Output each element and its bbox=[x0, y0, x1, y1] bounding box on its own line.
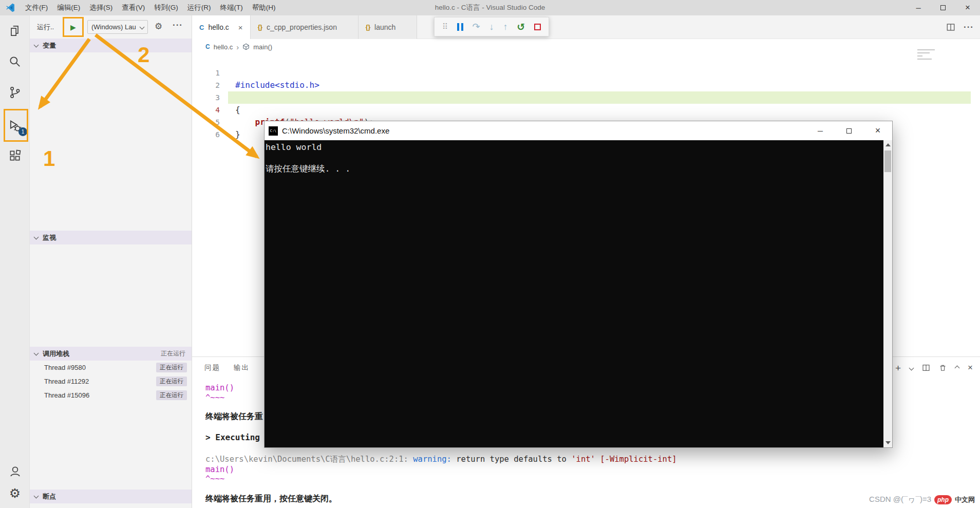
split-editor-icon[interactable] bbox=[946, 23, 955, 32]
menu-item[interactable]: 转到(G) bbox=[149, 0, 183, 15]
cmd-maximize-button[interactable] bbox=[835, 121, 863, 140]
code-line[interactable]: 5 } bbox=[192, 104, 971, 116]
menu-bar: 文件(F)编辑(E)选择(S)查看(V)转到(G)运行(R)终端(T)帮助(H) bbox=[21, 0, 280, 15]
stop-button[interactable] bbox=[534, 24, 541, 30]
editor-tab[interactable]: {} launch × bbox=[359, 15, 417, 39]
section-breakpoints[interactable]: 断点 bbox=[30, 490, 192, 503]
panel-output-line: > Executing t bbox=[205, 432, 270, 442]
breadcrumb-symbol[interactable]: main() bbox=[253, 43, 272, 51]
section-label: 断点 bbox=[43, 492, 56, 501]
chevron-down-icon bbox=[34, 350, 39, 355]
cmd-minimize-button[interactable]: ─ bbox=[806, 121, 835, 140]
tab-label: c_cpp_properties.json bbox=[267, 23, 337, 31]
step-out-button[interactable]: ↑ bbox=[503, 22, 507, 31]
launch-config-label: (Windows) Lau bbox=[91, 23, 136, 31]
breadcrumb: C hello.c › main() bbox=[192, 39, 980, 54]
chevron-down-icon bbox=[140, 25, 145, 30]
tab-close-icon[interactable]: × bbox=[238, 23, 243, 32]
chevron-down-icon bbox=[34, 234, 39, 239]
search-icon[interactable] bbox=[0, 49, 30, 74]
source-control-icon[interactable] bbox=[0, 80, 30, 105]
minimize-button[interactable]: ─ bbox=[906, 0, 931, 15]
debug-settings-gear-icon[interactable]: ⚙ bbox=[155, 21, 162, 32]
cmd-lines: hello world 请按任意键继续. . . bbox=[265, 140, 883, 447]
cmd-app-icon: C:\ bbox=[269, 126, 278, 136]
run-debug-icon[interactable]: 1 bbox=[0, 114, 30, 138]
code-line[interactable]: 2 main() bbox=[192, 67, 971, 79]
thread-row[interactable]: Thread #11292 正在运行 bbox=[30, 374, 192, 388]
scroll-up-icon[interactable] bbox=[885, 143, 891, 146]
watermark-text: CSDN @(¯ヮ¯)=3 bbox=[869, 495, 931, 504]
section-callstack[interactable]: 调用堆栈 正在运行 bbox=[30, 347, 192, 361]
pause-button[interactable] bbox=[457, 23, 463, 31]
close-icon: × bbox=[875, 125, 881, 136]
section-watch[interactable]: 监视 bbox=[30, 231, 192, 244]
account-icon[interactable] bbox=[0, 459, 30, 483]
breadcrumb-file[interactable]: hello.c bbox=[214, 43, 233, 51]
more-actions-icon[interactable]: ··· bbox=[173, 20, 183, 30]
start-debug-button[interactable]: ▶ bbox=[63, 17, 84, 37]
minimap[interactable] bbox=[917, 49, 938, 62]
cmd-window-controls: ─ × bbox=[806, 121, 892, 140]
code-line[interactable]: 4 printf("hello world\n"); bbox=[192, 91, 971, 104]
restart-button[interactable]: ↺ bbox=[517, 22, 525, 32]
menu-item[interactable]: 帮助(H) bbox=[248, 0, 280, 15]
menu-item[interactable]: 文件(F) bbox=[21, 0, 52, 15]
menu-item[interactable]: 查看(V) bbox=[117, 0, 149, 15]
step-into-button[interactable]: ↓ bbox=[489, 22, 494, 31]
cmd-output-line bbox=[266, 153, 882, 163]
menu-item[interactable]: 终端(T) bbox=[216, 0, 248, 15]
cmd-scrollbar[interactable] bbox=[883, 140, 892, 447]
cmd-close-button[interactable]: × bbox=[863, 121, 892, 140]
section-variables[interactable]: 变量 bbox=[30, 39, 192, 52]
menu-item[interactable]: 编辑(E) bbox=[52, 0, 85, 15]
gear-glyph: ⚙ bbox=[9, 486, 21, 501]
tab-label: hello.c bbox=[208, 23, 229, 31]
close-button[interactable]: × bbox=[955, 0, 980, 15]
panel-output-line: ^~~~ bbox=[205, 474, 224, 483]
thread-status-badge: 正在运行 bbox=[156, 377, 187, 386]
maximize-button[interactable] bbox=[931, 0, 955, 15]
settings-gear-icon[interactable]: ⚙ bbox=[0, 481, 30, 505]
code-line[interactable]: 1 #include<stdio.h> bbox=[192, 54, 971, 67]
panel-output-line: main() bbox=[205, 465, 234, 474]
watermark: CSDN @(¯ヮ¯)=3 php 中文网 bbox=[869, 495, 975, 504]
cmd-title-bar[interactable]: C:\ C:\Windows\system32\cmd.exe ─ × bbox=[265, 121, 892, 140]
play-icon: ▶ bbox=[70, 24, 76, 31]
cmd-window[interactable]: C:\ C:\Windows\system32\cmd.exe ─ × hell… bbox=[264, 121, 893, 448]
drag-grip-icon[interactable]: ⠿ bbox=[442, 22, 448, 31]
menu-item[interactable]: 运行(R) bbox=[183, 0, 216, 15]
c-file-icon: C bbox=[205, 43, 210, 50]
menu-item[interactable]: 选择(S) bbox=[85, 0, 117, 15]
editor-tab[interactable]: {} c_cpp_properties.json × bbox=[251, 15, 359, 39]
launch-config-dropdown[interactable]: (Windows) Lau bbox=[87, 20, 148, 34]
code-line[interactable]: 3 { bbox=[192, 79, 971, 91]
editor-tab[interactable]: C hello.c × bbox=[192, 15, 251, 39]
more-actions-icon[interactable]: ··· bbox=[964, 22, 974, 32]
thread-row[interactable]: Thread #9580 正在运行 bbox=[30, 361, 192, 374]
scroll-down-icon[interactable] bbox=[885, 441, 891, 444]
annotation-label-1: 1 bbox=[43, 148, 55, 170]
panel-output-line: 终端将被任务重用，按任意键关闭。 bbox=[205, 494, 337, 504]
step-over-button[interactable]: ↷ bbox=[473, 22, 480, 31]
php-logo: php bbox=[934, 495, 952, 504]
line-number: 6 bbox=[192, 128, 220, 141]
thread-row[interactable]: Thread #15096 正在运行 bbox=[30, 388, 192, 402]
annotation-label-2: 2 bbox=[138, 44, 149, 66]
thread-list: Thread #9580 正在运行 Thread #11292 正在运行 Thr… bbox=[30, 361, 192, 402]
thread-name: Thread #11292 bbox=[44, 378, 89, 385]
scrollbar-thumb[interactable] bbox=[884, 150, 891, 172]
extensions-icon[interactable] bbox=[0, 143, 30, 168]
cmd-output-line: hello world bbox=[266, 142, 882, 153]
thread-name: Thread #15096 bbox=[44, 391, 89, 399]
chevron-down-icon bbox=[34, 493, 39, 498]
explorer-icon[interactable] bbox=[0, 18, 30, 43]
line-code: } bbox=[235, 128, 240, 141]
file-type-icon: C bbox=[199, 24, 204, 31]
file-type-icon: {} bbox=[366, 24, 370, 31]
cmd-output-line: 请按任意键继续. . . bbox=[266, 163, 882, 174]
section-label: 变量 bbox=[43, 41, 56, 50]
thread-status-badge: 正在运行 bbox=[156, 363, 187, 372]
panel-output-line: main() bbox=[205, 383, 234, 392]
panel-output-line: c:\Users\kevin\Documents\C语言\hello.c:2:1… bbox=[205, 454, 677, 465]
